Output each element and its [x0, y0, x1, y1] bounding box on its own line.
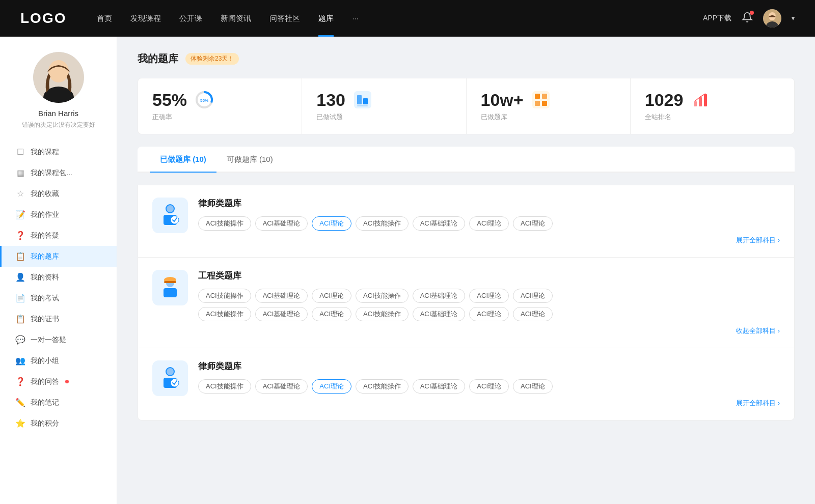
bank-card-lawyer-2: 律师类题库 ACI技能操作 ACI基础理论 ACI理论 ACI技能操作 ACI基… — [138, 348, 795, 421]
sidebar-item-1on1[interactable]: 💬 一对一答疑 — [0, 329, 117, 350]
page-header: 我的题库 体验剩余23天！ — [138, 52, 795, 66]
bank-tag[interactable]: ACI基础理论 — [255, 289, 308, 303]
bank-tag[interactable]: ACI理论 — [469, 289, 509, 303]
stat-questions: 130 已做试题 — [302, 78, 466, 134]
bank-tag-active[interactable]: ACI理论 — [312, 379, 351, 394]
bank-tag[interactable]: ACI理论 — [312, 289, 351, 303]
bank-tag[interactable]: ACI基础理论 — [255, 216, 308, 231]
bank-tag[interactable]: ACI技能操作 — [198, 307, 251, 321]
sidebar-item-cert[interactable]: 📋 我的证书 — [0, 309, 117, 329]
sidebar-item-notes[interactable]: ✏️ 我的笔记 — [0, 392, 117, 413]
bank-tag[interactable]: ACI技能操作 — [356, 379, 409, 394]
svg-point-23 — [167, 205, 174, 212]
bank-tag[interactable]: ACI理论 — [469, 379, 509, 394]
bank-tag[interactable]: ACI理论 — [469, 307, 509, 321]
app-download-btn[interactable]: APP下载 — [703, 14, 731, 23]
bank-tag[interactable]: ACI理论 — [469, 216, 509, 231]
sidebar-item-questions[interactable]: ❓ 我的问答 — [0, 371, 117, 392]
nav-bank[interactable]: 题库 — [318, 14, 334, 23]
stats-row: 55% 正确率 55% 130 已做试题 — [138, 78, 795, 134]
sidebar-item-profile[interactable]: 👤 我的资料 — [0, 267, 117, 288]
bank-tag[interactable]: ACI理论 — [312, 307, 351, 321]
questions-dot — [65, 380, 69, 383]
nav-qa[interactable]: 问答社区 — [269, 14, 300, 23]
stat-accuracy: 55% 正确率 55% — [138, 78, 302, 134]
nav-home[interactable]: 首页 — [97, 14, 112, 23]
banks-chart-icon — [532, 91, 550, 109]
stat-rank-label: 全站排名 — [645, 113, 684, 122]
sidebar-item-qa[interactable]: ❓ 我的答疑 — [0, 225, 117, 246]
sidebar-item-homework[interactable]: 📝 我的作业 — [0, 204, 117, 225]
bank-tag[interactable]: ACI技能操作 — [198, 289, 251, 303]
main-content: 我的题库 体验剩余23天！ 55% 正确率 55% — [117, 37, 815, 504]
bank-tag[interactable]: ACI技能操作 — [356, 289, 409, 303]
trial-badge: 体验剩余23天！ — [185, 53, 239, 65]
sidebar: Brian Harris 错误的决定比没有决定要好 ☐ 我的课程 ▦ 我的课程包… — [0, 37, 117, 504]
stat-rank-value: 1029 — [645, 91, 684, 109]
bank-card-content: 工程类题库 ACI技能操作 ACI基础理论 ACI理论 ACI技能操作 ACI基… — [198, 270, 780, 335]
sidebar-item-group[interactable]: 👥 我的小组 — [0, 350, 117, 371]
bank-tag[interactable]: ACI技能操作 — [356, 307, 409, 321]
svg-rect-17 — [542, 101, 547, 106]
bank-tags: ACI技能操作 ACI基础理论 ACI理论 ACI技能操作 ACI基础理论 AC… — [198, 379, 780, 394]
nav-more[interactable]: ··· — [352, 14, 359, 23]
sidebar-item-label: 我的题库 — [31, 252, 59, 261]
navbar: LOGO 首页 发现课程 公开课 新闻资讯 问答社区 题库 ··· APP下载 — [0, 0, 815, 37]
bank-tag[interactable]: ACI基础理论 — [255, 307, 308, 321]
sidebar-item-exam[interactable]: 📄 我的考试 — [0, 288, 117, 309]
tab-available[interactable]: 可做题库 (10) — [216, 147, 283, 172]
sidebar-item-favorites[interactable]: ☆ 我的收藏 — [0, 183, 117, 204]
sidebar-item-label: 我的考试 — [31, 294, 59, 303]
tab-done[interactable]: 已做题库 (10) — [150, 147, 216, 172]
bank-expand-btn[interactable]: 展开全部科目 › — [198, 236, 780, 245]
bank-tag[interactable]: ACI技能操作 — [356, 216, 409, 231]
svg-rect-20 — [704, 94, 707, 106]
stat-banks-text: 10w+ 已做题库 — [481, 91, 524, 122]
user-menu-chevron[interactable]: ▾ — [792, 15, 795, 22]
sidebar-item-points[interactable]: ⭐ 我的积分 — [0, 413, 117, 434]
svg-rect-13 — [532, 91, 550, 108]
bank-card-inner: 工程类题库 ACI技能操作 ACI基础理论 ACI理论 ACI技能操作 ACI基… — [152, 270, 780, 335]
bank-expand-btn-2[interactable]: 展开全部科目 › — [198, 399, 780, 408]
sidebar-motto: 错误的决定比没有决定要好 — [12, 121, 105, 129]
nav-news[interactable]: 新闻资讯 — [221, 14, 251, 23]
notification-dot — [750, 11, 754, 15]
bank-tag[interactable]: ACI理论 — [513, 307, 553, 321]
notification-bell[interactable] — [742, 12, 753, 25]
sidebar-item-label: 一对一答疑 — [31, 335, 66, 345]
bank-tag[interactable]: ACI理论 — [513, 289, 553, 303]
svg-rect-16 — [535, 101, 540, 106]
stat-questions-label: 已做试题 — [316, 113, 345, 122]
bank-name: 工程类题库 — [198, 270, 780, 282]
bank-tag-active[interactable]: ACI理论 — [312, 216, 351, 231]
bank-tag[interactable]: ACI基础理论 — [413, 307, 466, 321]
bank-tags-row1: ACI技能操作 ACI基础理论 ACI理论 ACI技能操作 ACI基础理论 AC… — [198, 289, 780, 303]
sidebar-item-course-pkg[interactable]: ▦ 我的课程包... — [0, 162, 117, 183]
svg-rect-12 — [357, 105, 368, 106]
course-icon: ☐ — [15, 147, 25, 157]
stat-accuracy-text: 55% 正确率 — [152, 91, 187, 122]
bank-tag[interactable]: ACI基础理论 — [413, 289, 466, 303]
bank-tags: ACI技能操作 ACI基础理论 ACI理论 ACI技能操作 ACI基础理论 AC… — [198, 216, 780, 231]
sidebar-avatar — [33, 52, 84, 103]
bank-tag[interactable]: ACI理论 — [513, 379, 553, 394]
sidebar-item-bank[interactable]: 📋 我的题库 — [0, 246, 117, 267]
bank-card-inner: 律师类题库 ACI技能操作 ACI基础理论 ACI理论 ACI技能操作 ACI基… — [152, 360, 780, 408]
bank-tag[interactable]: ACI基础理论 — [255, 379, 308, 394]
bank-tag[interactable]: ACI技能操作 — [198, 216, 251, 231]
bank-tag[interactable]: ACI基础理论 — [413, 216, 466, 231]
nav-discover[interactable]: 发现课程 — [130, 14, 161, 23]
star-icon: ☆ — [15, 189, 25, 199]
svg-rect-28 — [164, 288, 177, 297]
bank-tag[interactable]: ACI基础理论 — [413, 379, 466, 394]
stat-rank: 1029 全站排名 — [631, 78, 794, 134]
sidebar-item-course[interactable]: ☐ 我的课程 — [0, 142, 117, 162]
bank-tag[interactable]: ACI理论 — [513, 216, 553, 231]
avatar[interactable] — [763, 9, 781, 27]
bank-tag[interactable]: ACI技能操作 — [198, 379, 251, 394]
bank-collapse-btn[interactable]: 收起全部科目 › — [198, 326, 780, 335]
sidebar-item-label: 我的小组 — [31, 356, 59, 366]
questions-chart-icon — [354, 91, 372, 109]
nav-open-course[interactable]: 公开课 — [179, 14, 202, 23]
sidebar-item-label: 我的作业 — [31, 210, 59, 219]
